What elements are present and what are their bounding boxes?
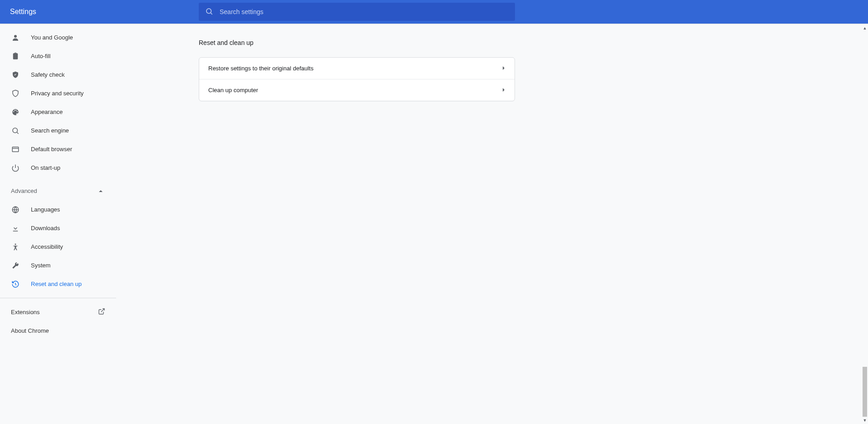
row-restore-defaults[interactable]: Restore settings to their original defau… [199, 58, 515, 79]
sidebar-item-extensions[interactable]: Extensions [0, 303, 116, 321]
svg-line-12 [15, 284, 16, 285]
search-icon [205, 7, 213, 17]
person-icon [11, 33, 20, 42]
search-input[interactable] [220, 8, 509, 15]
sidebar-item-languages[interactable]: Languages [0, 200, 116, 219]
row-label: Restore settings to their original defau… [208, 65, 314, 72]
browser-icon [11, 145, 20, 154]
settings-card: Restore settings to their original defau… [199, 57, 515, 101]
scroll-up-icon[interactable]: ▲ [863, 25, 867, 32]
sidebar-item-auto-fill[interactable]: Auto-fill [0, 47, 116, 65]
accessibility-icon [11, 242, 20, 251]
chevron-right-icon [502, 87, 505, 94]
row-label: Clean up computer [208, 87, 258, 94]
shield-icon [11, 89, 20, 98]
scrollbar-track[interactable] [862, 32, 868, 417]
sidebar: You and Google Auto-fill Safety check Pr… [0, 25, 116, 424]
sidebar-item-on-start-up[interactable]: On start-up [0, 158, 116, 177]
sidebar-item-label: On start-up [31, 164, 60, 171]
sidebar-item-downloads[interactable]: Downloads [0, 219, 116, 237]
palette-icon [11, 108, 20, 117]
sidebar-item-label: Languages [31, 206, 60, 213]
sidebar-item-search-engine[interactable]: Search engine [0, 121, 116, 140]
power-icon [11, 163, 20, 173]
header: Settings [0, 0, 868, 24]
scroll-down-icon[interactable]: ▼ [863, 417, 867, 424]
svg-line-13 [101, 309, 104, 312]
download-icon [11, 224, 20, 233]
scrollbar-thumb[interactable] [863, 367, 867, 417]
sidebar-item-accessibility[interactable]: Accessibility [0, 237, 116, 256]
sidebar-item-label: You and Google [31, 34, 73, 41]
svg-point-2 [14, 35, 17, 38]
search-settings[interactable] [199, 3, 515, 21]
wrench-icon [11, 261, 20, 270]
sidebar-item-label: Search engine [31, 127, 69, 134]
shield-check-icon [11, 70, 20, 79]
svg-point-10 [15, 243, 16, 245]
sidebar-item-you-and-google[interactable]: You and Google [0, 28, 116, 47]
sidebar-item-system[interactable]: System [0, 256, 116, 275]
svg-rect-5 [12, 147, 19, 152]
svg-line-4 [17, 132, 18, 133]
svg-line-1 [211, 13, 212, 14]
sidebar-item-safety-check[interactable]: Safety check [0, 65, 116, 84]
sidebar-item-label: System [31, 262, 50, 269]
clipboard-icon [11, 52, 20, 61]
sidebar-item-label: Safety check [31, 71, 64, 78]
sidebar-section-advanced[interactable]: Advanced [0, 182, 116, 200]
sidebar-item-label: Auto-fill [31, 53, 50, 59]
sidebar-item-reset-and-clean-up[interactable]: Reset and clean up [0, 275, 116, 293]
svg-point-0 [206, 9, 211, 14]
sidebar-item-default-browser[interactable]: Default browser [0, 140, 116, 158]
sidebar-item-label: Reset and clean up [31, 281, 82, 287]
svg-point-3 [13, 128, 18, 133]
search-icon [11, 126, 20, 135]
history-icon [11, 280, 20, 289]
chevron-up-icon [96, 187, 105, 196]
main-content: Reset and clean up Restore settings to t… [116, 25, 868, 424]
sidebar-item-label: Accessibility [31, 243, 63, 250]
sidebar-section-label: Advanced [11, 187, 37, 194]
sidebar-item-about-chrome[interactable]: About Chrome [0, 321, 116, 340]
sidebar-divider [0, 298, 116, 298]
sidebar-item-label: About Chrome [11, 327, 49, 334]
sidebar-item-label: Appearance [31, 108, 63, 115]
sidebar-item-label: Privacy and security [31, 90, 83, 97]
open-in-new-icon [98, 308, 105, 316]
sidebar-item-appearance[interactable]: Appearance [0, 103, 116, 121]
globe-icon [11, 205, 20, 214]
chevron-right-icon [502, 65, 505, 72]
sidebar-item-label: Downloads [31, 225, 60, 232]
page-app-title: Settings [10, 8, 199, 16]
row-clean-up-computer[interactable]: Clean up computer [199, 79, 515, 101]
sidebar-item-privacy-and-security[interactable]: Privacy and security [0, 84, 116, 103]
vertical-scrollbar[interactable]: ▲ ▼ [862, 25, 868, 424]
page-title: Reset and clean up [199, 39, 515, 46]
sidebar-item-label: Default browser [31, 146, 72, 153]
sidebar-item-label: Extensions [11, 309, 40, 316]
